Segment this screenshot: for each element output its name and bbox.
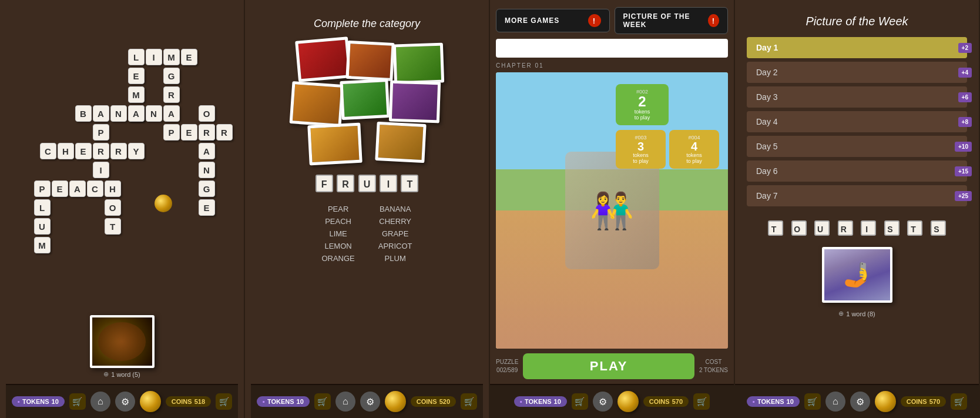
home-btn-1[interactable]: ⌂ bbox=[90, 392, 110, 412]
chapter-label: CHAPTER 01 bbox=[496, 62, 728, 69]
potw-word: T O U R I S T S bbox=[735, 220, 979, 236]
people-silhouette: 👫 bbox=[565, 152, 659, 269]
puzzle-card-003[interactable]: #003 3 tokensto play bbox=[616, 130, 666, 169]
tile-A: A bbox=[93, 105, 109, 122]
gear-btn-2[interactable]: ⚙ bbox=[360, 392, 380, 412]
coin-cart-4[interactable]: 🛒 bbox=[951, 393, 967, 410]
tile-T: T bbox=[105, 218, 121, 235]
coin-cart-3[interactable]: 🛒 bbox=[693, 393, 710, 410]
word-list: PEAR PEACH LIME LEMON ORANGE BANANA CHER… bbox=[321, 205, 412, 263]
tile-R5: R bbox=[110, 143, 127, 159]
word-list-left: PEAR PEACH LIME LEMON ORANGE bbox=[321, 205, 354, 263]
tile-E3: E bbox=[181, 124, 197, 141]
potw-photo-container: 🤳 ⊕ 1 word (8) bbox=[735, 241, 979, 317]
more-games-alert: ! bbox=[588, 14, 601, 27]
photo-bg: 👫 #002 2 tokensto play #003 3 tokensto p… bbox=[496, 72, 728, 349]
puzzle-label: PUZZLE bbox=[496, 358, 518, 366]
day-row-2[interactable]: Day 2 +4 bbox=[747, 62, 967, 83]
collage-photo-8 bbox=[375, 122, 426, 163]
day-row-5[interactable]: Day 5 +10 bbox=[747, 136, 967, 157]
puzzle-info: PUZZLE 002/589 bbox=[496, 358, 518, 374]
gold-ball bbox=[155, 195, 172, 212]
token-display-3: ▪ TOKENS 10 bbox=[514, 396, 567, 407]
tile-R2: R bbox=[216, 124, 233, 141]
tile-N3: N bbox=[199, 162, 215, 178]
gold-ball-bar-2 bbox=[385, 391, 406, 412]
bottom-bar-3: ▪ TOKENS 10 🛒 ⚙ COINS 570 🛒 bbox=[490, 384, 734, 418]
home-btn-4[interactable]: ⌂ bbox=[825, 392, 845, 412]
day-badge-7: +25 bbox=[955, 191, 972, 201]
play-button[interactable]: PLAY bbox=[523, 353, 694, 379]
more-games-button[interactable]: MORE GAMES ! bbox=[496, 9, 610, 32]
puzzle-photo: 👫 #002 2 tokensto play #003 3 tokensto p… bbox=[496, 72, 728, 349]
puzzle-search[interactable] bbox=[496, 39, 728, 58]
potw-photo: 🤳 bbox=[822, 247, 892, 303]
cost-label: COST bbox=[699, 358, 728, 366]
gear-btn-1[interactable]: ⚙ bbox=[115, 392, 135, 412]
day-row-1[interactable]: Day 1 +2 bbox=[747, 37, 967, 58]
word-list-right: BANANA CHERRY GRAPE APRICOT PLUM bbox=[378, 205, 412, 263]
coin-display-4: COINS 570 bbox=[901, 396, 946, 407]
token-cart-3[interactable]: 🛒 bbox=[572, 393, 588, 410]
tile-C: C bbox=[40, 143, 56, 159]
home-btn-2[interactable]: ⌂ bbox=[335, 392, 355, 412]
coin-count-4: 570 bbox=[929, 398, 940, 405]
coin-label-1: COINS bbox=[172, 398, 192, 405]
tile-A2: A bbox=[128, 105, 145, 122]
tile-O2: O bbox=[199, 105, 215, 122]
letter-box-I: I bbox=[380, 175, 397, 192]
collage-photo-2 bbox=[345, 41, 394, 81]
token-cart-2[interactable]: 🛒 bbox=[314, 393, 331, 410]
photo-collage bbox=[285, 39, 449, 162]
tile-P: P bbox=[163, 124, 180, 141]
tile-O3: O bbox=[105, 199, 121, 216]
tile-I2: I bbox=[93, 162, 109, 178]
panel-crossword: L I M E E M O G R B A N A N A P E A R O … bbox=[0, 0, 245, 418]
puzzle-card-002[interactable]: #002 2 tokensto play bbox=[616, 84, 669, 125]
day-badge-6: +15 bbox=[955, 166, 972, 176]
day-row-6[interactable]: Day 6 +15 bbox=[747, 160, 967, 182]
token-cart-4[interactable]: 🛒 bbox=[804, 393, 821, 410]
token-count-2: 10 bbox=[297, 398, 304, 405]
tile-B: B bbox=[75, 105, 92, 122]
token-display-2: ▪ TOKENS 10 bbox=[257, 396, 310, 407]
tile-H: H bbox=[58, 143, 74, 159]
gear-btn-4[interactable]: ⚙ bbox=[850, 392, 870, 412]
gear-btn-3[interactable]: ⚙ bbox=[593, 392, 613, 412]
tile-E5: E bbox=[199, 199, 215, 216]
token-label-1: TOKENS bbox=[22, 398, 49, 405]
tile-Y: Y bbox=[128, 143, 145, 159]
collage-photo-6 bbox=[388, 81, 440, 123]
token-display-4: ▪ TOKENS 10 bbox=[747, 396, 800, 407]
tile-H2: H bbox=[105, 180, 121, 197]
crossword-caption: ⊕ 1 word (5) bbox=[103, 370, 140, 378]
token-count-3: 10 bbox=[554, 398, 561, 405]
puzzle-number: 002/589 bbox=[496, 366, 518, 374]
gold-ball-bar-3 bbox=[617, 391, 639, 412]
tile-L: L bbox=[128, 49, 145, 65]
coin-count-1: 518 bbox=[194, 398, 205, 405]
fruit-word-display: F R U I T bbox=[315, 174, 419, 193]
tile-R4: R bbox=[93, 143, 109, 159]
puzzle-card-004[interactable]: #004 4 tokensto play bbox=[669, 130, 719, 169]
bottom-bar-1: ▪ TOKENS 10 🛒 ⌂ ⚙ COINS 518 🛒 bbox=[6, 384, 238, 418]
tile-A3: A bbox=[163, 105, 180, 122]
day-row-7[interactable]: Day 7 +25 bbox=[747, 185, 967, 206]
coin-label-4: COINS bbox=[907, 398, 927, 405]
token-cart-1[interactable]: 🛒 bbox=[69, 393, 86, 410]
tile-P3: P bbox=[34, 180, 51, 197]
tile-G2: G bbox=[199, 180, 215, 197]
day-row-4[interactable]: Day 4 +8 bbox=[747, 111, 967, 132]
potw-button[interactable]: PICTURE OF THE WEEK ! bbox=[615, 7, 729, 34]
puzzle-cards-overlay: #002 2 tokensto play #003 3 tokensto pla… bbox=[616, 84, 719, 169]
token-label-2: TOKENS bbox=[267, 398, 294, 405]
tile-M: M bbox=[163, 49, 180, 65]
potw-label: PICTURE OF THE WEEK bbox=[623, 12, 704, 29]
day-row-3[interactable]: Day 3 +6 bbox=[747, 86, 967, 108]
token-display-1: ▪ TOKENS 10 bbox=[12, 396, 65, 407]
coin-cart-1[interactable]: 🛒 bbox=[216, 393, 232, 410]
panel-puzzle: MORE GAMES ! PICTURE OF THE WEEK ! CHAPT… bbox=[490, 0, 735, 418]
coin-cart-2[interactable]: 🛒 bbox=[461, 393, 477, 410]
tile-C2: C bbox=[87, 180, 103, 197]
day-badge-3: +6 bbox=[958, 92, 972, 102]
